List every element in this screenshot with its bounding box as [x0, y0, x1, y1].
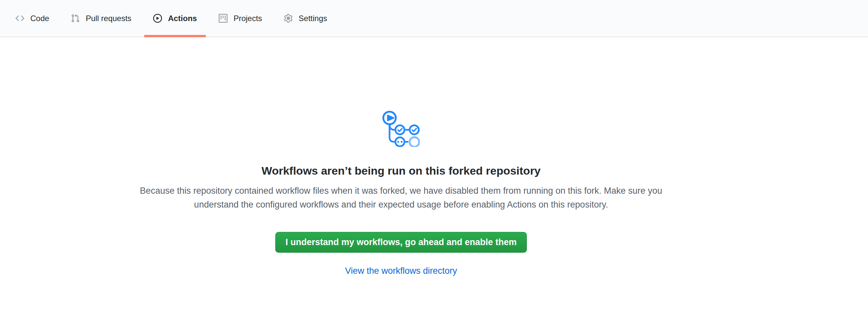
workflows-link-row: View the workflows directory: [0, 266, 802, 276]
tab-actions[interactable]: Actions: [144, 0, 206, 37]
view-workflows-directory-link[interactable]: View the workflows directory: [345, 266, 457, 276]
gear-icon: [284, 14, 293, 23]
tab-code[interactable]: Code: [7, 0, 58, 37]
repo-tab-nav: Code Pull requests Actions Projects Sett…: [0, 0, 868, 37]
tab-actions-label: Actions: [168, 14, 197, 22]
tab-settings-label: Settings: [299, 14, 327, 22]
tab-projects[interactable]: Projects: [210, 0, 271, 37]
blankslate-description: Because this repository contained workfl…: [133, 184, 670, 212]
tab-code-label: Code: [30, 14, 49, 22]
code-icon: [16, 14, 24, 23]
tab-settings[interactable]: Settings: [275, 0, 336, 37]
project-icon: [219, 14, 227, 23]
git-pull-request-icon: [71, 14, 80, 23]
tab-pull-requests-label: Pull requests: [86, 14, 131, 22]
workflows-disabled-blankslate: Workflows aren’t being run on this forke…: [0, 37, 802, 276]
enable-workflows-button[interactable]: I understand my workflows, go ahead and …: [275, 232, 527, 253]
blankslate-heading: Workflows aren’t being run on this forke…: [0, 163, 802, 178]
play-icon: [153, 14, 162, 23]
workflow-graph-icon: [382, 111, 420, 147]
tab-pull-requests[interactable]: Pull requests: [62, 0, 140, 37]
main-content: Workflows aren’t being run on this forke…: [0, 37, 802, 276]
tab-projects-label: Projects: [234, 14, 262, 22]
